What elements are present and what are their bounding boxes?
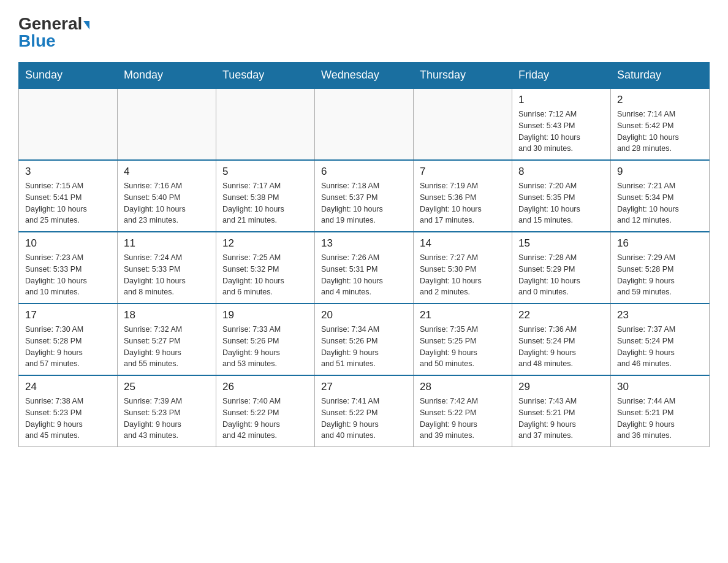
logo-general: General xyxy=(18,15,89,33)
day-number: 28 xyxy=(420,381,506,393)
day-number: 22 xyxy=(518,309,604,321)
day-info: Sunrise: 7:24 AMSunset: 5:33 PMDaylight:… xyxy=(124,252,210,298)
calendar-cell: 16Sunrise: 7:29 AMSunset: 5:28 PMDayligh… xyxy=(611,232,710,304)
day-number: 20 xyxy=(321,309,407,321)
calendar-cell xyxy=(414,88,512,160)
day-number: 5 xyxy=(222,166,308,178)
day-info: Sunrise: 7:41 AMSunset: 5:22 PMDaylight:… xyxy=(321,396,407,442)
day-number: 17 xyxy=(25,309,111,321)
day-number: 30 xyxy=(617,381,703,393)
calendar-cell: 15Sunrise: 7:28 AMSunset: 5:29 PMDayligh… xyxy=(512,232,611,304)
day-info: Sunrise: 7:35 AMSunset: 5:25 PMDaylight:… xyxy=(420,324,506,370)
day-info: Sunrise: 7:36 AMSunset: 5:24 PMDaylight:… xyxy=(518,324,604,370)
day-number: 27 xyxy=(321,381,407,393)
day-info: Sunrise: 7:27 AMSunset: 5:30 PMDaylight:… xyxy=(420,252,506,298)
calendar-cell: 19Sunrise: 7:33 AMSunset: 5:26 PMDayligh… xyxy=(216,304,315,375)
weekday-header-friday: Friday xyxy=(512,63,611,89)
weekday-header-tuesday: Tuesday xyxy=(216,63,315,89)
week-row-2: 3Sunrise: 7:15 AMSunset: 5:41 PMDaylight… xyxy=(19,160,710,232)
day-info: Sunrise: 7:38 AMSunset: 5:23 PMDaylight:… xyxy=(25,396,111,442)
calendar-cell: 13Sunrise: 7:26 AMSunset: 5:31 PMDayligh… xyxy=(315,232,414,304)
day-info: Sunrise: 7:20 AMSunset: 5:35 PMDaylight:… xyxy=(518,180,604,226)
calendar-cell: 17Sunrise: 7:30 AMSunset: 5:28 PMDayligh… xyxy=(19,304,118,375)
weekday-header-monday: Monday xyxy=(118,63,216,89)
day-number: 7 xyxy=(420,166,506,178)
calendar-cell: 20Sunrise: 7:34 AMSunset: 5:26 PMDayligh… xyxy=(315,304,414,375)
calendar-cell: 25Sunrise: 7:39 AMSunset: 5:23 PMDayligh… xyxy=(118,375,216,447)
day-number: 14 xyxy=(420,237,506,250)
calendar-cell: 28Sunrise: 7:42 AMSunset: 5:22 PMDayligh… xyxy=(414,375,512,447)
day-info: Sunrise: 7:30 AMSunset: 5:28 PMDaylight:… xyxy=(25,324,111,370)
day-info: Sunrise: 7:40 AMSunset: 5:22 PMDaylight:… xyxy=(222,396,308,442)
day-info: Sunrise: 7:21 AMSunset: 5:34 PMDaylight:… xyxy=(617,180,703,226)
day-number: 9 xyxy=(617,166,703,178)
day-number: 21 xyxy=(420,309,506,321)
day-info: Sunrise: 7:44 AMSunset: 5:21 PMDaylight:… xyxy=(617,396,703,442)
day-info: Sunrise: 7:37 AMSunset: 5:24 PMDaylight:… xyxy=(617,324,703,370)
day-info: Sunrise: 7:14 AMSunset: 5:42 PMDaylight:… xyxy=(617,109,703,155)
calendar-cell: 1Sunrise: 7:12 AMSunset: 5:43 PMDaylight… xyxy=(512,88,611,160)
page-header: General Blue xyxy=(18,12,710,50)
weekday-header-row: SundayMondayTuesdayWednesdayThursdayFrid… xyxy=(19,63,710,89)
calendar-cell: 3Sunrise: 7:15 AMSunset: 5:41 PMDaylight… xyxy=(19,160,118,232)
day-number: 29 xyxy=(518,381,604,393)
day-info: Sunrise: 7:42 AMSunset: 5:22 PMDaylight:… xyxy=(420,396,506,442)
calendar-cell xyxy=(315,88,414,160)
calendar-cell: 6Sunrise: 7:18 AMSunset: 5:37 PMDaylight… xyxy=(315,160,414,232)
day-number: 15 xyxy=(518,237,604,250)
calendar-cell: 24Sunrise: 7:38 AMSunset: 5:23 PMDayligh… xyxy=(19,375,118,447)
calendar-cell: 11Sunrise: 7:24 AMSunset: 5:33 PMDayligh… xyxy=(118,232,216,304)
day-info: Sunrise: 7:19 AMSunset: 5:36 PMDaylight:… xyxy=(420,180,506,226)
day-number: 12 xyxy=(222,237,308,250)
day-info: Sunrise: 7:17 AMSunset: 5:38 PMDaylight:… xyxy=(222,180,308,226)
calendar-cell: 7Sunrise: 7:19 AMSunset: 5:36 PMDaylight… xyxy=(414,160,512,232)
logo-triangle-icon xyxy=(83,21,89,29)
calendar-cell: 9Sunrise: 7:21 AMSunset: 5:34 PMDaylight… xyxy=(611,160,710,232)
calendar-cell: 18Sunrise: 7:32 AMSunset: 5:27 PMDayligh… xyxy=(118,304,216,375)
calendar-cell: 22Sunrise: 7:36 AMSunset: 5:24 PMDayligh… xyxy=(512,304,611,375)
calendar-cell: 30Sunrise: 7:44 AMSunset: 5:21 PMDayligh… xyxy=(611,375,710,447)
weekday-header-sunday: Sunday xyxy=(19,63,118,89)
day-number: 16 xyxy=(617,237,703,250)
day-info: Sunrise: 7:34 AMSunset: 5:26 PMDaylight:… xyxy=(321,324,407,370)
calendar-cell: 26Sunrise: 7:40 AMSunset: 5:22 PMDayligh… xyxy=(216,375,315,447)
day-number: 2 xyxy=(617,94,703,106)
day-info: Sunrise: 7:12 AMSunset: 5:43 PMDaylight:… xyxy=(518,109,604,155)
calendar-cell xyxy=(216,88,315,160)
day-number: 25 xyxy=(124,381,210,393)
logo: General Blue xyxy=(18,12,89,50)
weekday-header-wednesday: Wednesday xyxy=(315,63,414,89)
day-number: 18 xyxy=(124,309,210,321)
day-info: Sunrise: 7:33 AMSunset: 5:26 PMDaylight:… xyxy=(222,324,308,370)
day-number: 13 xyxy=(321,237,407,250)
day-info: Sunrise: 7:39 AMSunset: 5:23 PMDaylight:… xyxy=(124,396,210,442)
day-number: 24 xyxy=(25,381,111,393)
weekday-header-thursday: Thursday xyxy=(414,63,512,89)
day-number: 11 xyxy=(124,237,210,250)
day-info: Sunrise: 7:32 AMSunset: 5:27 PMDaylight:… xyxy=(124,324,210,370)
day-info: Sunrise: 7:25 AMSunset: 5:32 PMDaylight:… xyxy=(222,252,308,298)
calendar-cell: 29Sunrise: 7:43 AMSunset: 5:21 PMDayligh… xyxy=(512,375,611,447)
logo-blue: Blue xyxy=(18,33,56,50)
day-info: Sunrise: 7:16 AMSunset: 5:40 PMDaylight:… xyxy=(124,180,210,226)
calendar-cell: 14Sunrise: 7:27 AMSunset: 5:30 PMDayligh… xyxy=(414,232,512,304)
day-number: 19 xyxy=(222,309,308,321)
day-number: 4 xyxy=(124,166,210,178)
day-number: 8 xyxy=(518,166,604,178)
day-info: Sunrise: 7:23 AMSunset: 5:33 PMDaylight:… xyxy=(25,252,111,298)
calendar-cell: 27Sunrise: 7:41 AMSunset: 5:22 PMDayligh… xyxy=(315,375,414,447)
calendar-cell: 4Sunrise: 7:16 AMSunset: 5:40 PMDaylight… xyxy=(118,160,216,232)
day-number: 10 xyxy=(25,237,111,250)
calendar-cell: 12Sunrise: 7:25 AMSunset: 5:32 PMDayligh… xyxy=(216,232,315,304)
day-number: 1 xyxy=(518,94,604,106)
calendar-cell xyxy=(19,88,118,160)
calendar-cell: 5Sunrise: 7:17 AMSunset: 5:38 PMDaylight… xyxy=(216,160,315,232)
week-row-3: 10Sunrise: 7:23 AMSunset: 5:33 PMDayligh… xyxy=(19,232,710,304)
calendar-cell: 10Sunrise: 7:23 AMSunset: 5:33 PMDayligh… xyxy=(19,232,118,304)
calendar-table: SundayMondayTuesdayWednesdayThursdayFrid… xyxy=(18,62,710,447)
day-info: Sunrise: 7:28 AMSunset: 5:29 PMDaylight:… xyxy=(518,252,604,298)
day-info: Sunrise: 7:43 AMSunset: 5:21 PMDaylight:… xyxy=(518,396,604,442)
day-number: 26 xyxy=(222,381,308,393)
week-row-4: 17Sunrise: 7:30 AMSunset: 5:28 PMDayligh… xyxy=(19,304,710,375)
calendar-cell xyxy=(118,88,216,160)
